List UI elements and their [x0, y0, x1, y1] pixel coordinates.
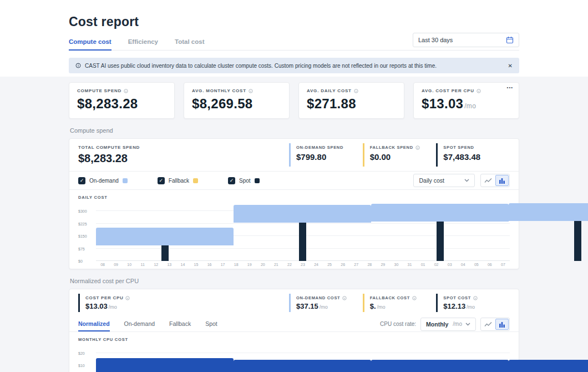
x-tick-label: 01	[417, 263, 430, 267]
metric-on-demand-spend: ON-DEMAND SPEND $799.80	[289, 143, 363, 167]
metric-suffix: /mo	[467, 304, 475, 310]
x-tick-label: 03	[443, 263, 457, 267]
metric-value: $8,283.28	[78, 152, 289, 165]
stat-card-avg-monthly-cost: AVG. MONTHLY COST $8,269.58	[184, 82, 290, 119]
legend-label: Fallback	[169, 178, 189, 184]
close-icon[interactable]: ✕	[508, 63, 513, 69]
metric-value: $.	[370, 302, 376, 310]
page-title: Cost report	[69, 14, 519, 29]
tab-efficiency[interactable]: Efficiency	[128, 38, 158, 51]
x-tick-label: 12	[149, 263, 163, 267]
stat-cards: COMPUTE SPEND $8,283.28 AVG. MONTHLY COS…	[69, 82, 519, 119]
legend-swatch	[255, 178, 260, 183]
x-tick-label: 11	[136, 263, 149, 267]
x-tick-label: 25	[323, 263, 336, 267]
x-tick-label: 23	[296, 263, 310, 267]
bar-10	[371, 345, 509, 372]
x-tick-label: 15	[189, 263, 202, 267]
main-tabs: Compute cost Efficiency Total cost Last …	[69, 38, 519, 51]
metric-spot-cost: SPOT COST $12.13/mo	[436, 294, 510, 312]
metric-value: $13.03	[85, 302, 108, 310]
metric-suffix: /mo	[377, 304, 386, 310]
metric-label: FALLBACK SPEND	[370, 145, 413, 150]
date-range-select[interactable]: Last 30 days	[413, 33, 519, 47]
checkbox-on-demand[interactable]: ✓	[78, 177, 85, 184]
tab-on-demand[interactable]: On-demand	[124, 316, 155, 331]
metric-label: TOTAL COMPUTE SPEND	[78, 145, 289, 150]
metric-label: ON-DEMAND SPEND	[296, 145, 363, 150]
x-tick-label: 19	[243, 263, 256, 267]
cpu-rate-select[interactable]: Monthly /mo	[420, 318, 476, 331]
x-tick-label: 05	[470, 263, 483, 267]
info-icon[interactable]	[354, 89, 358, 93]
checkbox-fallback[interactable]: ✓	[158, 177, 165, 184]
metric-value: $799.80	[296, 152, 363, 162]
section-title-cpu-cost: Normalized cost per CPU	[70, 278, 518, 284]
legend-spot: ✓ Spot	[228, 177, 260, 184]
tab-total-cost[interactable]: Total cost	[175, 38, 204, 51]
bar-09	[234, 203, 371, 261]
x-tick-label: 02	[430, 263, 443, 267]
chart-title: DAILY COST	[78, 195, 510, 200]
info-icon[interactable]	[477, 89, 481, 93]
y-axis: $0$10$20	[78, 345, 96, 372]
info-banner: CAST AI uses public cloud inventory data…	[69, 58, 519, 73]
metric-value: $0.00	[370, 152, 437, 162]
chevron-down-icon	[464, 179, 469, 182]
bar-segment-on-demand	[96, 228, 234, 245]
bar-chart-toggle-icon[interactable]	[495, 175, 509, 186]
info-icon[interactable]	[124, 89, 128, 93]
metric-label: ON-DEMAND COST	[296, 295, 340, 300]
bar-chart-toggle-icon[interactable]	[495, 319, 509, 330]
info-icon[interactable]	[415, 145, 420, 150]
bar-08	[96, 345, 234, 372]
bar-segment-spot	[574, 221, 581, 261]
bar-11	[509, 345, 588, 372]
legend-swatch	[123, 178, 128, 183]
cpu-cost-tabs: Normalized On-demand Fallback Spot CPU c…	[69, 316, 519, 332]
tab-spot[interactable]: Spot	[205, 316, 217, 331]
stat-card-avg-cost-per-cpu: ••• AVG. COST PER CPU $13.03/mo	[413, 82, 519, 119]
bar-segment-on-demand	[234, 205, 371, 223]
y-axis: $0$75$150$225$300	[78, 203, 96, 261]
bar-10	[371, 203, 509, 261]
x-tick-label: 16	[203, 263, 216, 267]
info-icon[interactable]	[412, 296, 417, 300]
tab-normalized[interactable]: Normalized	[78, 316, 110, 331]
info-icon[interactable]	[473, 296, 478, 300]
x-tick-label: 22	[283, 263, 296, 267]
more-menu-icon[interactable]: •••	[507, 85, 513, 90]
metric-total-compute-spend: TOTAL COMPUTE SPEND $8,283.28	[78, 143, 289, 167]
tab-fallback[interactable]: Fallback	[169, 316, 191, 331]
line-chart-toggle-icon[interactable]	[481, 319, 495, 330]
bar-segment-cost-per-cpu	[371, 360, 509, 372]
x-tick-label: 24	[310, 263, 323, 267]
calendar-icon	[506, 36, 514, 44]
x-tick-label: 18	[230, 263, 243, 267]
x-tick-label: 14	[176, 263, 189, 267]
compute-spend-panel: TOTAL COMPUTE SPEND $8,283.28 ON-DEMAND …	[69, 138, 519, 269]
x-tick-label: 28	[363, 263, 376, 267]
x-tick-label: 06	[483, 263, 496, 267]
stat-card-avg-daily-cost: AVG. DAILY COST $271.88	[298, 82, 404, 119]
y-tick-label: $225	[78, 222, 87, 225]
x-tick-label: 07	[496, 263, 510, 267]
metric-value: $37.15	[296, 302, 318, 310]
stat-card-compute-spend: COMPUTE SPEND $8,283.28	[69, 82, 175, 119]
info-icon[interactable]	[342, 296, 347, 300]
metric-suffix: /mo	[109, 304, 117, 310]
metric-label: SPOT COST	[443, 295, 471, 300]
line-chart-toggle-icon[interactable]	[481, 175, 495, 186]
metric-on-demand-cost: ON-DEMAND COST $37.15/mo	[289, 294, 363, 312]
tab-compute-cost[interactable]: Compute cost	[69, 38, 111, 51]
bar-segment-spot	[161, 245, 169, 262]
info-icon[interactable]	[125, 296, 130, 300]
legend-label: Spot	[239, 178, 251, 184]
view-mode-value: Daily cost	[419, 177, 444, 184]
view-mode-select[interactable]: Daily cost	[413, 174, 475, 187]
checkbox-spot[interactable]: ✓	[228, 177, 235, 184]
chart-controls: ✓ On-demand ✓ Fallback ✓ Spot Daily cost	[69, 171, 519, 190]
cpu-cost-metrics: COST PER CPU $13.03/mo ON-DEMAND COST $3…	[69, 289, 519, 316]
info-icon[interactable]	[249, 89, 253, 93]
stat-label: AVG. MONTHLY COST	[192, 88, 246, 93]
